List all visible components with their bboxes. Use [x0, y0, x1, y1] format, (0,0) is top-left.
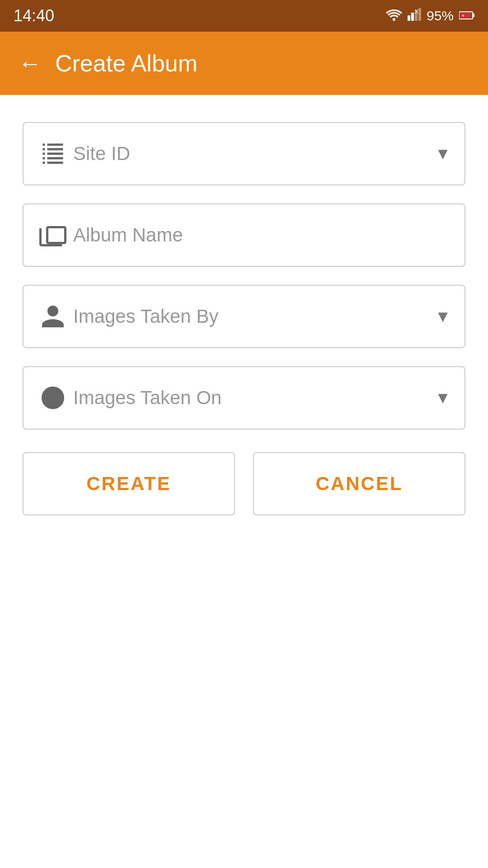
page-title: Create Album	[55, 50, 197, 77]
site-id-label: Site ID	[69, 143, 435, 165]
status-icons: X 95% +	[386, 8, 474, 24]
signal-icon: X	[408, 8, 421, 24]
status-time: 14:40	[14, 6, 54, 25]
album-icon	[37, 222, 69, 249]
cancel-button[interactable]: CANCEL	[253, 452, 465, 515]
svg-rect-2	[411, 13, 414, 21]
create-button[interactable]: CREATE	[23, 452, 235, 515]
images-taken-on-field[interactable]: Images Taken On ▼	[23, 366, 465, 429]
wifi-icon	[386, 8, 402, 24]
svg-rect-13	[47, 162, 63, 164]
battery-level: 95%	[427, 8, 454, 24]
images-taken-on-chevron: ▼	[435, 388, 451, 407]
svg-rect-10	[43, 157, 45, 160]
svg-text:X: X	[415, 9, 418, 15]
album-name-label: Album Name	[69, 224, 451, 246]
svg-rect-7	[473, 14, 474, 17]
battery-icon: +	[459, 9, 474, 23]
svg-point-0	[393, 18, 395, 21]
album-name-field[interactable]: Album Name	[23, 203, 465, 267]
images-taken-on-label: Images Taken On	[69, 387, 435, 409]
svg-rect-12	[43, 162, 45, 164]
person-icon	[37, 303, 69, 330]
images-taken-by-chevron: ▼	[435, 307, 451, 326]
status-bar: 14:40 X 95%	[0, 0, 488, 32]
svg-rect-11	[47, 157, 63, 160]
action-buttons: CREATE CANCEL	[23, 452, 465, 515]
back-button[interactable]: ←	[18, 52, 42, 75]
svg-text:+: +	[462, 13, 465, 18]
images-taken-by-label: Images Taken By	[69, 306, 435, 327]
site-id-chevron: ▼	[435, 144, 451, 163]
form-content: Site ID ▼ Album Name Images Taken By ▼ I…	[0, 95, 488, 533]
svg-rect-4	[418, 8, 421, 21]
app-bar: ← Create Album	[0, 32, 488, 95]
site-id-field[interactable]: Site ID ▼	[23, 122, 465, 185]
svg-rect-1	[408, 15, 410, 21]
list-icon	[37, 140, 69, 167]
clock-icon	[37, 384, 69, 411]
images-taken-by-field[interactable]: Images Taken By ▼	[23, 285, 465, 348]
